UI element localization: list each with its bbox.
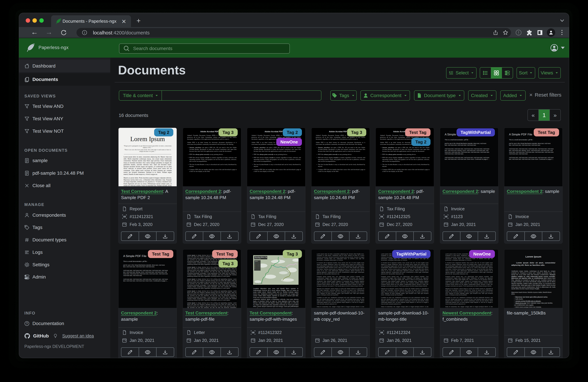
svg-text:Six days in BWCA: Six days in BWCA bbox=[255, 258, 261, 259]
svg-text:Legend: Legend bbox=[255, 261, 258, 262]
svg-text:Google Earth: Google Earth bbox=[254, 282, 262, 284]
svg-text:Boundary Waters Trip: Boundary Waters Trip bbox=[255, 257, 267, 258]
svg-text:?: ? bbox=[26, 322, 28, 325]
